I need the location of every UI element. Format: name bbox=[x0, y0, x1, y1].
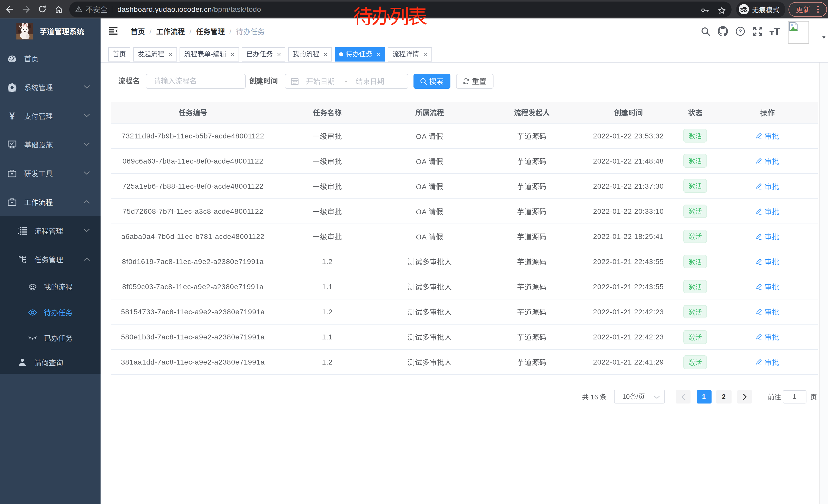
svg-text:?: ? bbox=[739, 28, 742, 35]
